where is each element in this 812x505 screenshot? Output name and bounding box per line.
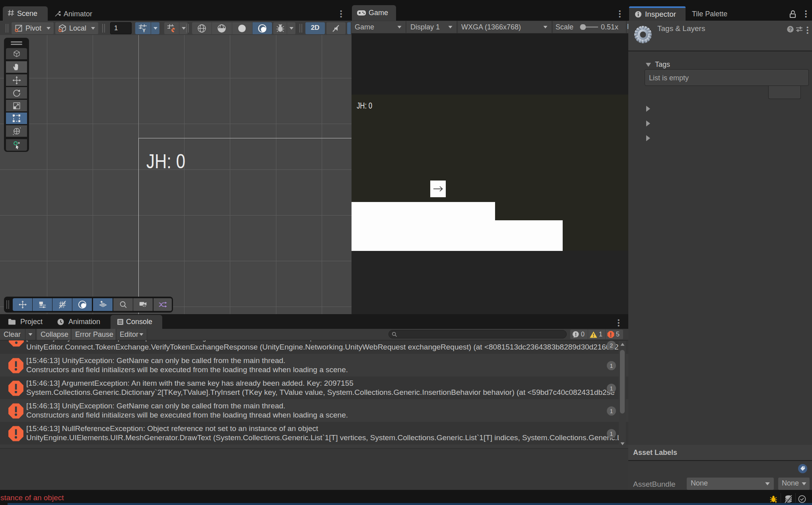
svg-text:?: ? — [789, 27, 792, 32]
svg-text:Y: Y — [142, 28, 146, 33]
